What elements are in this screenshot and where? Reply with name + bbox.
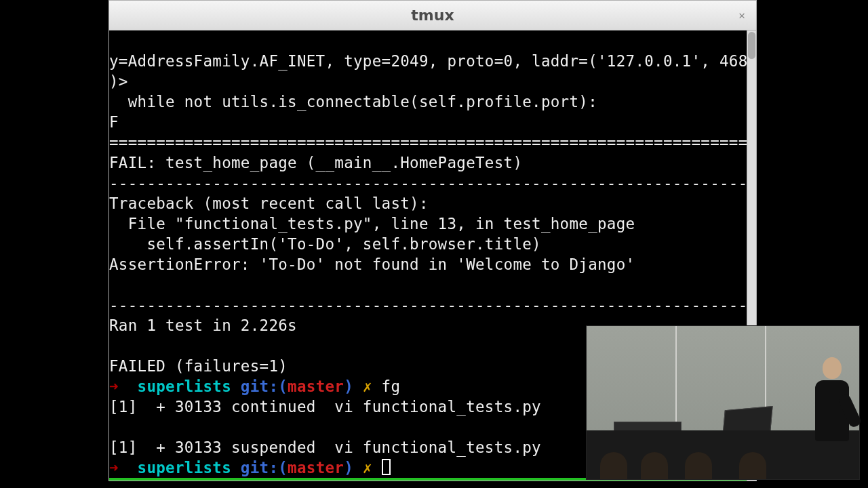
git-label: git:(	[231, 459, 288, 476]
assertion-error: AssertionError: 'To-Do' not found in 'We…	[109, 256, 635, 273]
window-title: tmux	[411, 7, 454, 24]
audience-head	[600, 452, 627, 479]
git-branch: master	[288, 378, 344, 395]
titlebar[interactable]: tmux ✕	[109, 1, 756, 30]
shell-prompt[interactable]: ➜ superlists git:(master) ✗	[109, 459, 391, 476]
audience-head	[685, 452, 712, 479]
git-close: )	[344, 459, 353, 476]
audience-head	[739, 452, 766, 479]
output-line: )>	[109, 73, 128, 90]
speaker-figure	[812, 357, 852, 466]
prompt-dir: superlists	[128, 459, 231, 476]
prompt-arrow-icon: ➜	[109, 459, 128, 476]
scrollbar-thumb[interactable]	[748, 32, 755, 59]
dirty-icon: ✗	[353, 378, 382, 395]
prompt-dir: superlists	[128, 378, 231, 395]
traceback-line: self.assertIn('To-Do', self.browser.titl…	[109, 235, 541, 253]
output-line: y=AddressFamily.AF_INET, type=2049, prot…	[109, 52, 756, 70]
close-icon[interactable]: ✕	[736, 9, 748, 22]
job-continued: [1] + 30133 continued vi functional_test…	[109, 398, 541, 415]
speaker-video-overlay	[586, 325, 860, 480]
traceback-line: Traceback (most recent call last):	[109, 195, 429, 212]
git-close: )	[344, 378, 353, 395]
failed-summary: FAILED (failures=1)	[109, 357, 288, 375]
separator-dash: ----------------------------------------…	[109, 296, 756, 314]
separator-dash: ----------------------------------------…	[109, 174, 756, 192]
typed-command: fg	[382, 378, 401, 395]
audience-head	[641, 452, 668, 479]
dirty-icon: ✗	[353, 459, 382, 476]
git-branch: master	[288, 459, 344, 476]
output-line: F	[109, 113, 119, 131]
prompt-arrow-icon: ➜	[109, 378, 128, 395]
shell-prompt[interactable]: ➜ superlists git:(master) ✗ fg	[109, 378, 400, 395]
cursor	[382, 459, 391, 475]
traceback-line: File "functional_tests.py", line 13, in …	[109, 215, 635, 232]
test-summary: Ran 1 test in 2.226s	[109, 317, 297, 334]
job-suspended: [1] + 30133 suspended vi functional_test…	[109, 439, 541, 456]
separator-double: ========================================…	[109, 134, 756, 151]
output-line: while not utils.is_connectable(self.prof…	[109, 93, 597, 110]
git-label: git:(	[231, 378, 288, 395]
fail-header: FAIL: test_home_page (__main__.HomePageT…	[109, 154, 522, 171]
tmux-status-left: [1] 0:export*	[109, 478, 233, 481]
